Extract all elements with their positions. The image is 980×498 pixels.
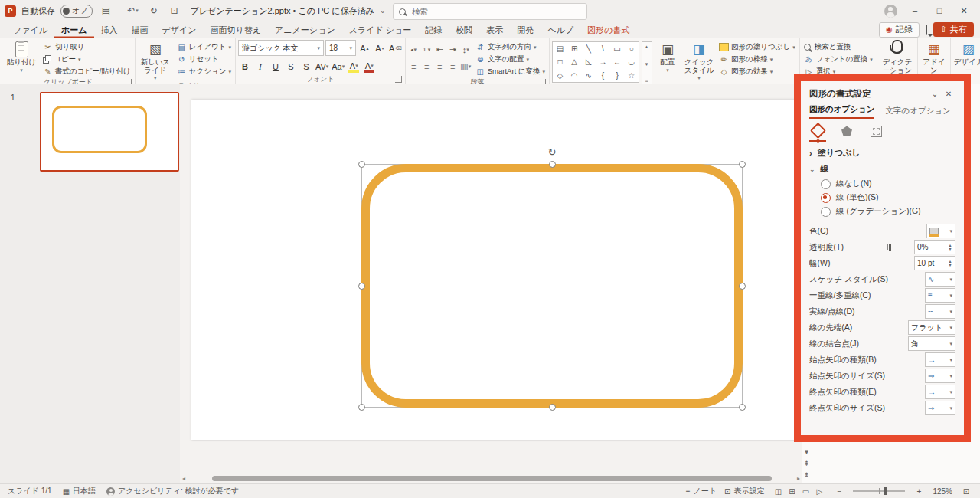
resize-handle-bottom-middle[interactable]: [549, 404, 556, 411]
shape-icon[interactable]: }: [616, 71, 618, 80]
view-normal-button[interactable]: ◫: [772, 487, 784, 496]
rotate-handle[interactable]: ↻: [548, 146, 557, 158]
maximize-button[interactable]: □: [928, 0, 951, 21]
pane-close-button[interactable]: ✕: [942, 90, 956, 98]
tab-developer[interactable]: 開発: [510, 21, 541, 38]
dash-type-dropdown[interactable]: ╌▾: [925, 304, 956, 319]
shape-outline-button[interactable]: ✏図形の枠線▾: [717, 54, 797, 65]
font-size-combo[interactable]: 18▾: [325, 40, 356, 56]
scroll-left-icon[interactable]: ◂: [182, 475, 185, 482]
minimize-button[interactable]: –: [903, 0, 926, 21]
tab-home[interactable]: ホーム: [54, 21, 94, 38]
underline-button[interactable]: U: [269, 60, 283, 73]
dialog-launcher-icon[interactable]: [395, 76, 402, 83]
tab-text-options[interactable]: 文字のオプション: [885, 106, 950, 119]
view-slide-sorter-button[interactable]: ⊞: [786, 487, 798, 496]
bullets-button[interactable]: •▾: [408, 44, 420, 55]
spin-down-button[interactable]: ▾: [946, 247, 954, 251]
language-indicator[interactable]: ▦日本語: [63, 486, 96, 496]
copy-button[interactable]: コピー▾: [41, 54, 132, 65]
align-right-button[interactable]: ≡: [434, 61, 446, 72]
tab-record[interactable]: 記録: [418, 21, 449, 38]
tab-transitions[interactable]: 画面切り替え: [204, 21, 269, 38]
scroll-right-icon[interactable]: ▸: [797, 475, 800, 482]
align-text-button[interactable]: ⊜文字の配置▾: [474, 54, 547, 65]
zoom-in-button[interactable]: +: [913, 487, 925, 496]
size-properties-tab-button[interactable]: [867, 123, 884, 141]
share-button[interactable]: ⇧ 共有: [933, 22, 974, 37]
zoom-slider[interactable]: [853, 490, 905, 492]
line-color-button[interactable]: ▾: [926, 224, 956, 238]
resize-handle-top-right[interactable]: [739, 161, 746, 168]
gallery-more-button[interactable]: ≡: [645, 78, 648, 84]
fit-to-window-button[interactable]: ⊡: [960, 487, 972, 496]
fill-line-tab-button[interactable]: [809, 122, 826, 142]
autosave-toggle[interactable]: オフ: [60, 5, 93, 18]
convert-smartart-button[interactable]: ◫SmartArt に変換▾: [474, 66, 547, 77]
slide-counter[interactable]: スライド 1/1: [8, 486, 52, 496]
shape-icon[interactable]: ◇: [557, 71, 564, 80]
tab-draw[interactable]: 描画: [125, 21, 155, 38]
shape-icon[interactable]: ╲: [586, 44, 591, 53]
comments-button[interactable]: [926, 25, 927, 34]
line-spacing-button[interactable]: ↕▾: [460, 44, 472, 55]
reset-button[interactable]: ↺リセット: [175, 54, 233, 65]
horizontal-scrollbar[interactable]: ◂ ▸: [189, 475, 793, 482]
redo-button[interactable]: ↻: [145, 2, 161, 19]
highlight-color-button[interactable]: A▾: [347, 59, 361, 74]
begin-arrow-size-dropdown[interactable]: ⇒▾: [925, 369, 956, 383]
shape-icon[interactable]: \: [602, 44, 604, 53]
replace-fonts-button[interactable]: あフォントの置換▾: [802, 54, 874, 65]
line-section-header[interactable]: ⌄ 線: [809, 161, 956, 177]
align-center-button[interactable]: ≡: [421, 61, 433, 72]
increase-font-size-button[interactable]: A▴: [358, 41, 371, 54]
radio-option-none[interactable]: 線なし(N): [809, 177, 956, 191]
find-replace-button[interactable]: 検索と置換: [802, 41, 874, 53]
quick-styles-button[interactable]: ◨ クイック スタイル ▾: [683, 40, 715, 81]
shape-icon[interactable]: ◠: [571, 71, 578, 80]
tab-slideshow[interactable]: スライド ショー: [342, 21, 419, 38]
compound-type-dropdown[interactable]: ≡▾: [925, 288, 956, 303]
bold-button[interactable]: B: [238, 60, 252, 73]
decrease-font-size-button[interactable]: A▾: [373, 41, 387, 54]
format-painter-button[interactable]: ✎書式のコピー/貼り付け: [41, 66, 132, 77]
search-input[interactable]: [410, 6, 559, 17]
selected-shape[interactable]: ↻: [361, 164, 743, 408]
section-button[interactable]: ≔セクション▾: [175, 66, 233, 77]
addins-button[interactable]: ▦ アドイン: [920, 40, 948, 74]
tab-design[interactable]: デザイン: [155, 21, 204, 38]
radio-option-gradient[interactable]: 線 (グラデーション)(G): [809, 205, 956, 218]
save-button[interactable]: ▤: [98, 2, 113, 19]
view-slideshow-button[interactable]: ▷: [813, 487, 825, 496]
chevron-down-icon[interactable]: ⌄: [380, 7, 386, 15]
record-button[interactable]: ◉ 記録: [879, 22, 920, 38]
pane-collapse-button[interactable]: ⌄: [928, 90, 942, 98]
change-case-button[interactable]: Aa▾: [331, 60, 345, 73]
sketch-style-dropdown[interactable]: ∿▾: [925, 272, 956, 287]
join-type-dropdown[interactable]: 角▾: [908, 336, 956, 351]
zoom-level[interactable]: 125%: [933, 487, 952, 496]
zoom-slider-thumb[interactable]: [884, 487, 887, 495]
resize-handle-middle-right[interactable]: [739, 283, 746, 290]
new-slide-button[interactable]: ▧ 新しいスライド ▾: [138, 40, 173, 81]
width-value-box[interactable]: 10 pt▴▾: [914, 256, 956, 270]
shape-icon[interactable]: ◡: [628, 57, 635, 66]
previous-slide-button[interactable]: ⇞: [804, 459, 810, 469]
accessibility-status[interactable]: アクセシビリティ: 検討が必要です: [106, 486, 239, 496]
clear-formatting-button[interactable]: A⌫: [388, 41, 403, 54]
shape-icon[interactable]: ∿: [586, 71, 592, 80]
shape-icon[interactable]: □: [557, 57, 562, 66]
increase-indent-button[interactable]: ⇥: [447, 44, 459, 55]
display-settings-button[interactable]: ⊡表示設定: [724, 486, 764, 496]
close-button[interactable]: ✕: [952, 0, 975, 21]
cut-button[interactable]: ✂切り取り: [41, 41, 132, 53]
gallery-scroll-down-button[interactable]: ▾: [645, 61, 648, 67]
resize-handle-top-middle[interactable]: [549, 161, 556, 168]
text-shadow-button[interactable]: S: [299, 60, 313, 73]
tab-view[interactable]: 表示: [479, 21, 510, 38]
shape-icon[interactable]: {: [602, 71, 604, 80]
shape-icon[interactable]: ▤: [557, 44, 564, 53]
paste-button[interactable]: 貼り付け ▾: [4, 40, 39, 73]
tab-review[interactable]: 校閲: [449, 21, 479, 38]
italic-button[interactable]: I: [253, 60, 267, 73]
